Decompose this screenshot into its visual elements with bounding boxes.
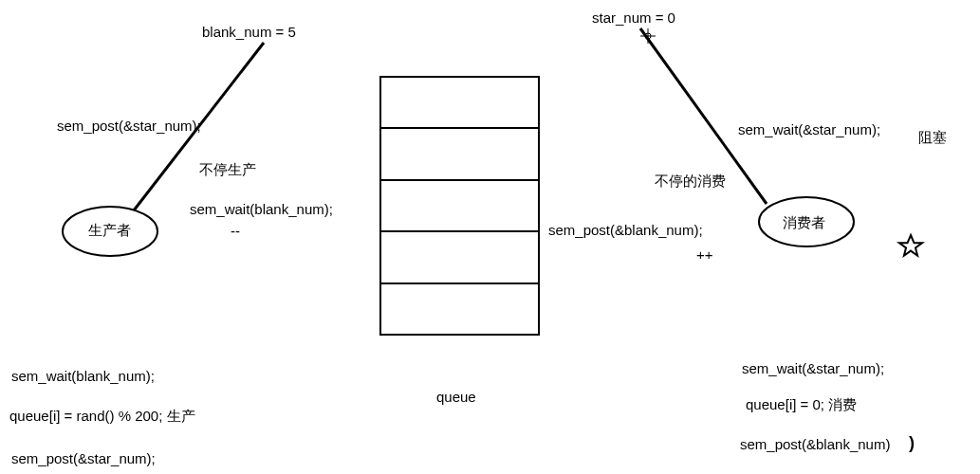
producer-node-label: 生产者 — [88, 222, 131, 240]
consumer-block: 阻塞 — [918, 129, 947, 147]
close-paren-icon: ) — [909, 433, 915, 452]
star-icon — [899, 235, 922, 256]
producer-post: sem_post(&star_num); — [57, 118, 201, 134]
producer-loop: 不停生产 — [199, 161, 256, 179]
cursor-icon — [640, 28, 656, 44]
producer-code-3: sem_post(&star_num); — [11, 450, 156, 466]
star-num-label: star_num = 0 — [592, 9, 675, 26]
blank-num-value: 5 — [287, 24, 295, 40]
queue-cell — [381, 78, 538, 129]
consumer-post: sem_post(&blank_num); — [548, 222, 703, 238]
queue-cell — [381, 284, 538, 334]
blank-num-label: blank_num = 5 — [202, 24, 296, 40]
producer-decrement: -- — [231, 223, 240, 239]
producer-code-2: queue[i] = rand() % 200; 生产 — [9, 408, 195, 426]
svg-marker-3 — [899, 235, 922, 256]
producer-wait: sem_wait(blank_num); — [190, 201, 333, 217]
consumer-wait: sem_wait(&star_num); — [738, 121, 880, 137]
consumer-increment: ++ — [696, 246, 713, 263]
queue — [379, 76, 540, 336]
queue-label: queue — [436, 389, 476, 405]
queue-cell — [381, 232, 538, 283]
svg-point-0 — [645, 33, 651, 39]
producer-code-1: sem_wait(blank_num); — [11, 368, 155, 384]
consumer-node-label: 消费者 — [783, 214, 825, 232]
consumer-code-2: queue[i] = 0; 消费 — [746, 396, 857, 414]
blank-num-label-text: blank_num = — [202, 24, 287, 40]
consumer-code-1: sem_wait(&star_num); — [742, 360, 884, 376]
consumer-code-3: sem_post(&blank_num) — [740, 436, 890, 452]
consumer-loop: 不停的消费 — [655, 173, 726, 191]
queue-cell — [381, 129, 538, 180]
queue-cell — [381, 181, 538, 232]
